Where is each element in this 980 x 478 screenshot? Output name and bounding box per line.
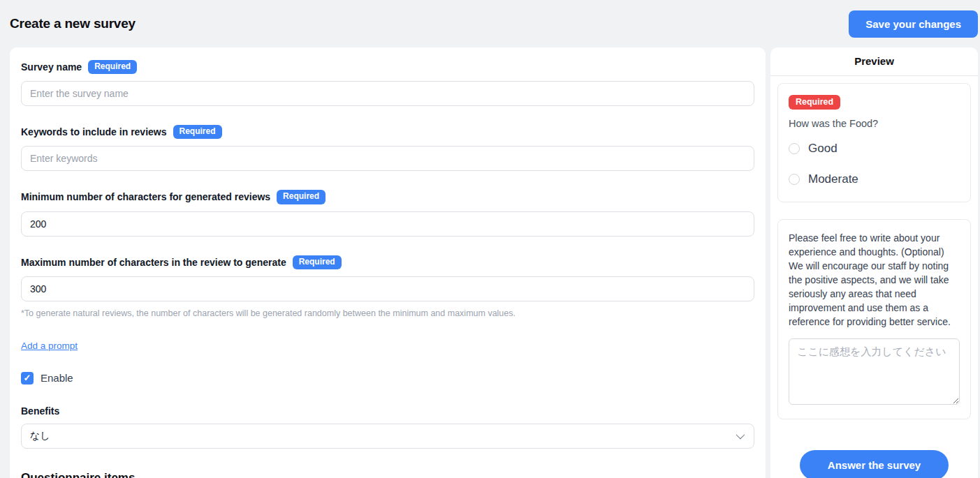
required-badge: Required (173, 125, 222, 139)
radio-option-moderate[interactable]: Moderate (789, 172, 960, 186)
max-characters-field: Maximum number of characters in the revi… (21, 255, 754, 301)
max-characters-label: Maximum number of characters in the revi… (21, 257, 286, 268)
min-characters-label: Minimum number of characters for generat… (21, 191, 270, 202)
save-button[interactable]: Save your changes (849, 10, 978, 38)
answer-button-wrap: Answer the survey (777, 436, 971, 478)
keywords-label: Keywords to include in reviews (21, 126, 167, 137)
keywords-field: Keywords to include in reviews Required (21, 125, 754, 171)
page-title: Create a new survey (10, 16, 136, 31)
radio-option-label: Moderate (808, 172, 858, 186)
preview-question-card: Required How was the Food? Good Moderate (777, 83, 971, 202)
max-characters-label-row: Maximum number of characters in the revi… (21, 255, 754, 269)
min-characters-field: Minimum number of characters for generat… (21, 190, 754, 236)
preview-comment-description: Please feel free to write about your exp… (789, 231, 960, 329)
survey-name-input[interactable] (21, 81, 754, 106)
preview-question-text: How was the Food? (789, 118, 960, 129)
survey-form-panel: Survey name Required Keywords to include… (10, 47, 766, 478)
preview-comment-card: Please feel free to write about your exp… (777, 219, 971, 419)
required-badge: Required (789, 95, 840, 110)
enable-checkbox-row[interactable]: ✓ Enable (21, 372, 754, 384)
preview-body: Required How was the Food? Good Moderate… (770, 76, 978, 478)
enable-checkbox[interactable]: ✓ (21, 372, 34, 384)
required-badge: Required (293, 255, 342, 269)
required-badge: Required (277, 190, 326, 204)
required-badge: Required (88, 60, 137, 74)
radio-option-good[interactable]: Good (789, 142, 960, 156)
radio-option-label: Good (808, 142, 838, 156)
chevron-down-icon (736, 430, 745, 439)
survey-name-label: Survey name (21, 61, 82, 73)
preview-panel: Preview Required How was the Food? Good … (770, 47, 978, 478)
questionnaire-items-heading: Questionnaire items (21, 471, 754, 478)
benefits-label: Benefits (21, 405, 59, 417)
benefits-select[interactable]: なし (21, 424, 754, 449)
radio-icon[interactable] (789, 174, 800, 185)
min-characters-label-row: Minimum number of characters for generat… (21, 190, 754, 204)
radio-icon[interactable] (789, 143, 800, 154)
enable-checkbox-label: Enable (41, 372, 73, 384)
content-area: Survey name Required Keywords to include… (10, 47, 978, 478)
characters-note: *To generate natural reviews, the number… (21, 308, 754, 318)
benefits-selected-value: なし (30, 430, 50, 442)
benefits-label-row: Benefits (21, 405, 754, 417)
topbar: Create a new survey Save your changes (0, 0, 980, 47)
max-characters-input[interactable] (21, 276, 754, 301)
preview-comment-textarea[interactable] (789, 338, 960, 405)
benefits-field: Benefits なし (21, 405, 754, 449)
keywords-input[interactable] (21, 146, 754, 171)
keywords-label-row: Keywords to include in reviews Required (21, 125, 754, 139)
survey-name-field: Survey name Required (21, 60, 754, 106)
answer-survey-button[interactable]: Answer the survey (800, 450, 949, 478)
add-prompt-link[interactable]: Add a prompt (21, 341, 78, 351)
min-characters-input[interactable] (21, 211, 754, 237)
preview-title: Preview (770, 47, 978, 76)
survey-name-label-row: Survey name Required (21, 60, 754, 74)
